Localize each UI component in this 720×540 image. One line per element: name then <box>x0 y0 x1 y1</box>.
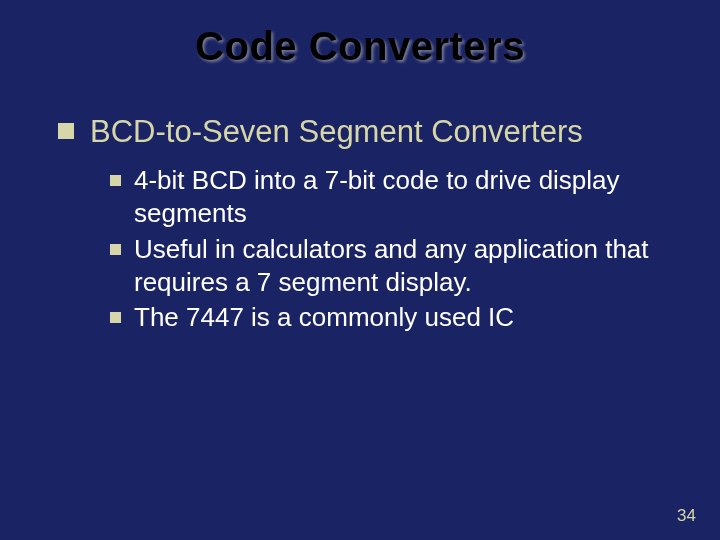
level1-heading: BCD-to-Seven Segment Converters <box>90 113 583 150</box>
square-bullet-icon <box>110 244 121 255</box>
list-item: The 7447 is a commonly used IC <box>110 301 690 334</box>
list-item-text: The 7447 is a commonly used IC <box>134 301 514 334</box>
square-bullet-icon <box>58 123 74 139</box>
slide-container: Code Converters BCD-to-Seven Segment Con… <box>0 0 720 540</box>
square-bullet-icon <box>110 312 121 323</box>
page-number: 34 <box>677 506 696 526</box>
list-item: 4-bit BCD into a 7-bit code to drive dis… <box>110 164 690 231</box>
bullet-level1: BCD-to-Seven Segment Converters <box>58 113 690 150</box>
list-item: Useful in calculators and any applicatio… <box>110 233 690 300</box>
list-item-text: 4-bit BCD into a 7-bit code to drive dis… <box>134 164 690 231</box>
square-bullet-icon <box>110 175 121 186</box>
slide-title: Code Converters <box>30 24 690 69</box>
list-item-text: Useful in calculators and any applicatio… <box>134 233 690 300</box>
level2-list: 4-bit BCD into a 7-bit code to drive dis… <box>110 164 690 334</box>
